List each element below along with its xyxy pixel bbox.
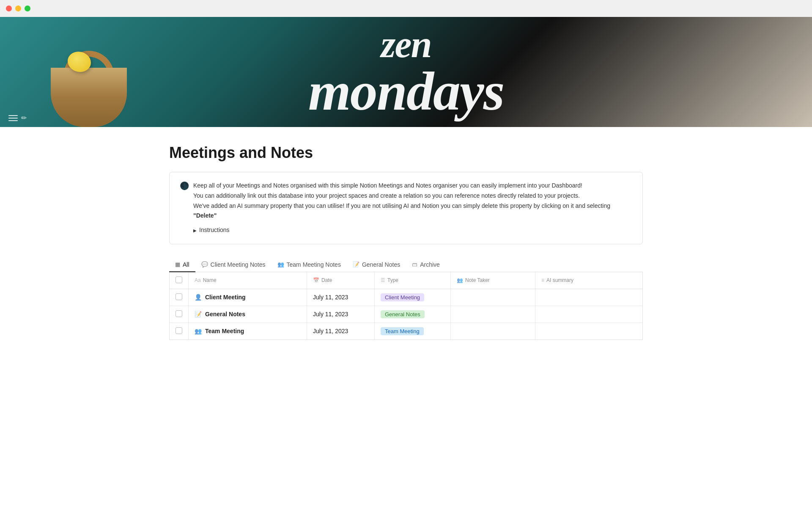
row-1-name-label: Client Meeting: [205, 294, 246, 301]
row-2-ai[interactable]: [535, 306, 643, 323]
data-table: Aa Name 📅 Date ☰ Type: [169, 272, 643, 340]
th-ai-icon: ≡: [541, 277, 544, 283]
row-3-check[interactable]: [170, 323, 189, 340]
row-2-type-badge: General Notes: [381, 310, 425, 318]
row-2-name[interactable]: 📝 General Notes: [189, 306, 307, 323]
th-date-icon: 📅: [313, 277, 319, 283]
info-line-1: Keep all of your Meetings and Notes orga…: [193, 181, 632, 191]
main-content: Meetings and Notes 🌑 Keep all of your Me…: [135, 127, 677, 365]
toggle-arrow: ▶: [193, 227, 197, 234]
th-noter-label: Note Taker: [465, 277, 490, 283]
row-1-type[interactable]: Client Meeting: [375, 289, 451, 306]
hero-line1: zen: [308, 25, 504, 64]
row-1-check[interactable]: [170, 289, 189, 306]
row-1-type-badge: Client Meeting: [381, 293, 424, 301]
page-title: Meetings and Notes: [169, 144, 643, 162]
tab-archive-icon: 🗃: [412, 261, 417, 268]
tab-general-icon: 📝: [353, 261, 359, 268]
hero-line2: mondays: [308, 64, 504, 119]
hero-toolbar[interactable]: ✏: [8, 114, 27, 122]
tab-client-label: Client Meeting Notes: [211, 261, 266, 268]
row-3-type-badge: Team Meeting: [381, 327, 424, 335]
tab-general[interactable]: 📝 General Notes: [347, 258, 406, 272]
info-line-3: We've added an AI summary property that …: [193, 201, 632, 221]
info-box-header: 🌑 Keep all of your Meetings and Notes or…: [180, 181, 632, 235]
row-3-checkbox[interactable]: [176, 327, 182, 334]
delete-label: "Delete": [193, 212, 217, 219]
row-3-date[interactable]: July 11, 2023: [307, 323, 375, 340]
table: Aa Name 📅 Date ☰ Type: [170, 272, 642, 340]
table-row: 📝 General Notes July 11, 2023 General No…: [170, 306, 642, 323]
th-name[interactable]: Aa Name: [189, 272, 307, 289]
tab-team-icon: 👥: [277, 261, 284, 268]
row-1-date[interactable]: July 11, 2023: [307, 289, 375, 306]
titlebar: [0, 0, 812, 17]
th-ai-label: AI summary: [546, 277, 573, 283]
row-2-type[interactable]: General Notes: [375, 306, 451, 323]
row-3-noter[interactable]: [451, 323, 535, 340]
th-name-label: Name: [203, 277, 217, 283]
row-2-noter[interactable]: [451, 306, 535, 323]
row-3-name-label: Team Meeting: [205, 328, 244, 334]
info-box: 🌑 Keep all of your Meetings and Notes or…: [169, 172, 643, 244]
th-check: [170, 272, 189, 289]
row-3-date-value: July 11, 2023: [313, 328, 348, 334]
th-type[interactable]: ☰ Type: [375, 272, 451, 289]
toolbar-line-1: ✏: [8, 114, 27, 122]
row-1-ai[interactable]: [535, 289, 643, 306]
table-header-row: Aa Name 📅 Date ☰ Type: [170, 272, 642, 289]
row-1-icon: 👤: [195, 294, 202, 301]
pencil-icon[interactable]: ✏: [21, 114, 27, 122]
info-line-2: You can additionally link out this datab…: [193, 191, 632, 201]
row-3-ai[interactable]: [535, 323, 643, 340]
row-2-checkbox[interactable]: [176, 310, 182, 317]
info-text: Keep all of your Meetings and Notes orga…: [193, 181, 632, 235]
tab-team-label: Team Meeting Notes: [287, 261, 341, 268]
tab-client[interactable]: 💬 Client Meeting Notes: [195, 258, 272, 272]
tab-all-icon: ▦: [175, 261, 180, 268]
tab-client-icon: 💬: [201, 261, 208, 268]
close-button[interactable]: [6, 6, 12, 11]
th-name-icon: Aa: [195, 277, 201, 283]
table-row: 👥 Team Meeting July 11, 2023 Team Meetin…: [170, 323, 642, 340]
tab-all-label: All: [183, 261, 189, 268]
instructions-label: Instructions: [199, 225, 230, 235]
row-1-date-value: July 11, 2023: [313, 294, 348, 301]
header-checkbox[interactable]: [176, 276, 182, 283]
row-1-checkbox[interactable]: [176, 293, 182, 300]
tab-team[interactable]: 👥 Team Meeting Notes: [272, 258, 347, 272]
th-ai[interactable]: ≡ AI summary: [535, 272, 643, 289]
instructions-toggle[interactable]: ▶ Instructions: [193, 225, 632, 235]
minimize-button[interactable]: [15, 6, 21, 11]
row-1-noter[interactable]: [451, 289, 535, 306]
table-row: 👤 Client Meeting July 11, 2023 Client Me…: [170, 289, 642, 306]
row-3-type[interactable]: Team Meeting: [375, 323, 451, 340]
row-3-name[interactable]: 👥 Team Meeting: [189, 323, 307, 340]
tab-archive[interactable]: 🗃 Archive: [406, 258, 446, 272]
row-2-icon: 📝: [195, 311, 202, 318]
th-date-label: Date: [321, 277, 332, 283]
th-noter[interactable]: 👥 Note Taker: [451, 272, 535, 289]
th-noter-icon: 👥: [457, 277, 463, 283]
th-date[interactable]: 📅 Date: [307, 272, 375, 289]
row-1-name[interactable]: 👤 Client Meeting: [189, 289, 307, 306]
row-2-date[interactable]: July 11, 2023: [307, 306, 375, 323]
th-type-icon: ☰: [381, 277, 385, 283]
maximize-button[interactable]: [25, 6, 30, 11]
tab-archive-label: Archive: [420, 261, 440, 268]
tabs-bar: ▦ All 💬 Client Meeting Notes 👥 Team Meet…: [169, 258, 643, 272]
row-2-check[interactable]: [170, 306, 189, 323]
hamburger-icon[interactable]: [8, 115, 18, 121]
tab-general-label: General Notes: [362, 261, 400, 268]
th-type-label: Type: [387, 277, 398, 283]
row-2-date-value: July 11, 2023: [313, 311, 348, 318]
hero-banner: zen mondays ✏: [0, 17, 812, 127]
hero-text: zen mondays: [308, 25, 504, 119]
tab-all[interactable]: ▦ All: [169, 258, 195, 272]
row-2-name-label: General Notes: [205, 311, 245, 318]
row-3-icon: 👥: [195, 328, 202, 334]
hero-text-overlay: zen mondays: [0, 17, 812, 127]
bullet-icon: 🌑: [180, 181, 189, 190]
